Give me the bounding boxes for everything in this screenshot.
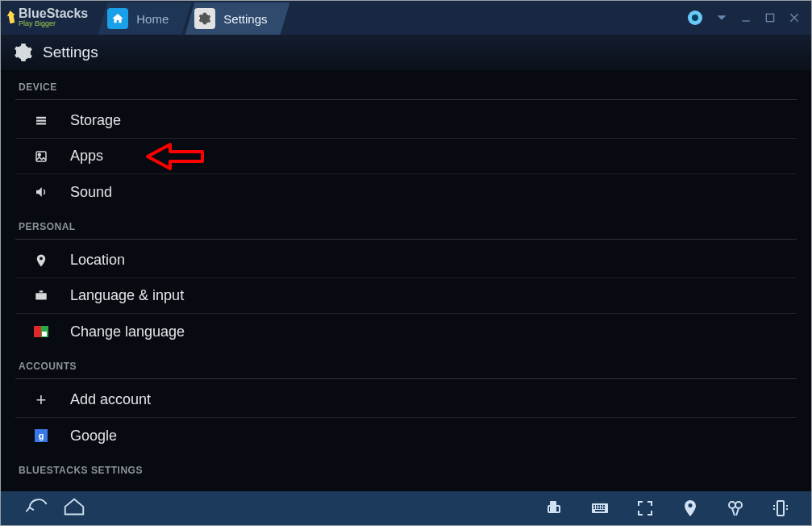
location-button[interactable] <box>677 495 703 521</box>
svg-rect-18 <box>603 505 605 507</box>
close-button[interactable] <box>782 6 806 30</box>
rotate-button[interactable] <box>542 495 568 521</box>
section-title-personal: PERSONAL <box>15 210 797 239</box>
svg-rect-14 <box>593 505 595 507</box>
svg-point-26 <box>735 502 742 508</box>
screenshot-button[interactable] <box>722 495 748 521</box>
svg-rect-7 <box>36 152 46 161</box>
bottom-toolbar <box>1 491 811 525</box>
section-title-bluestacks: BLUESTACKS SETTINGS <box>15 453 797 476</box>
row-storage-label: Storage <box>70 112 797 129</box>
row-google[interactable]: g Google <box>15 418 797 453</box>
apps-icon <box>33 148 49 165</box>
gear-icon <box>14 43 33 62</box>
logo-name: BlueStacks <box>19 8 88 19</box>
svg-rect-27 <box>777 501 784 516</box>
svg-rect-5 <box>36 119 46 121</box>
svg-rect-4 <box>36 116 46 118</box>
tab-home-label: Home <box>136 12 169 26</box>
row-apps[interactable]: Apps <box>15 139 797 174</box>
section-title-accounts: ACCOUNTS <box>15 349 797 378</box>
svg-point-8 <box>38 153 40 156</box>
row-google-label: Google <box>70 428 797 445</box>
bluestacks-window: BlueStacks Play Bigger Home Settings <box>0 0 812 526</box>
row-add-account[interactable]: + Add account <box>15 382 797 418</box>
tab-settings[interactable]: Settings <box>185 2 289 35</box>
tab-settings-label: Settings <box>223 12 267 26</box>
row-location-label: Location <box>70 252 797 269</box>
google-icon: g <box>33 428 49 444</box>
row-language-input[interactable]: Language & input <box>15 278 797 314</box>
tab-strip: Home Settings <box>104 1 289 35</box>
svg-point-25 <box>729 502 735 508</box>
svg-rect-24 <box>595 510 605 511</box>
svg-rect-20 <box>596 507 598 509</box>
logo-tagline: Play Bigger <box>19 19 88 27</box>
svg-rect-21 <box>598 507 600 509</box>
storage-icon <box>33 113 49 129</box>
row-add-account-label: Add account <box>70 391 797 408</box>
plus-icon: + <box>33 392 49 408</box>
tool-group <box>542 495 793 521</box>
tab-home[interactable]: Home <box>98 2 191 35</box>
back-button[interactable] <box>19 495 56 522</box>
arrow-down-icon[interactable] <box>710 6 734 30</box>
fullscreen-button[interactable] <box>632 495 658 521</box>
svg-rect-9 <box>35 293 47 299</box>
row-language-input-label: Language & input <box>70 287 797 304</box>
svg-rect-23 <box>603 507 605 509</box>
shake-button[interactable] <box>768 495 793 521</box>
window-controls <box>685 1 806 35</box>
section-rule <box>15 378 797 379</box>
row-apps-label: Apps <box>70 148 797 165</box>
svg-rect-22 <box>601 507 602 509</box>
row-sound[interactable]: Sound <box>15 174 797 210</box>
svg-rect-1 <box>766 14 773 21</box>
svg-rect-15 <box>596 505 598 507</box>
section-title-device: DEVICE <box>15 70 797 99</box>
svg-rect-10 <box>40 290 44 292</box>
target-indicator-icon[interactable] <box>685 6 710 30</box>
page-title: Settings <box>43 44 98 61</box>
svg-rect-16 <box>598 505 600 507</box>
sound-icon <box>33 184 49 200</box>
svg-rect-17 <box>601 505 602 507</box>
location-icon <box>33 253 49 269</box>
row-storage[interactable]: Storage <box>15 103 797 139</box>
settings-list[interactable]: DEVICE Storage Apps Sound PERSONAL <box>1 70 811 491</box>
row-sound-label: Sound <box>70 184 797 201</box>
title-bar: BlueStacks Play Bigger Home Settings <box>1 1 811 35</box>
flag-icon <box>33 324 49 340</box>
home-icon <box>107 8 128 29</box>
settings-icon <box>194 8 215 29</box>
maximize-button[interactable] <box>758 6 782 30</box>
page-header: Settings <box>1 35 811 70</box>
row-change-language-label: Change language <box>70 324 797 340</box>
minimize-button[interactable] <box>734 6 758 30</box>
keyboard-icon <box>33 288 49 304</box>
section-rule <box>15 239 797 240</box>
nav-group <box>19 495 542 522</box>
row-change-language[interactable]: Change language <box>15 314 797 349</box>
keyboard-button[interactable] <box>587 495 613 521</box>
bluestacks-logo[interactable]: BlueStacks Play Bigger <box>6 1 96 35</box>
home-button[interactable] <box>56 495 93 522</box>
svg-rect-19 <box>593 507 595 509</box>
row-location[interactable]: Location <box>15 243 797 278</box>
section-rule <box>15 99 797 100</box>
svg-rect-6 <box>36 123 46 124</box>
